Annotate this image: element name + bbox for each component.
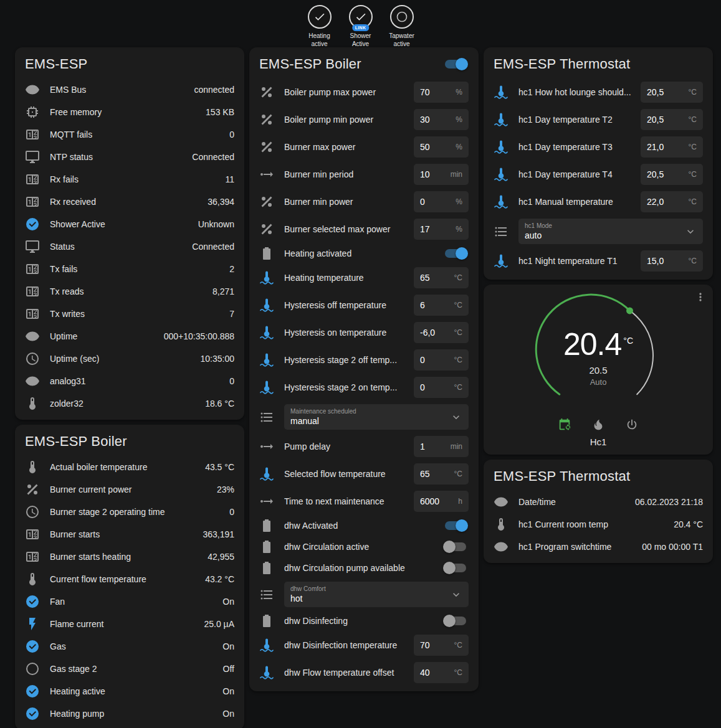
entity-row[interactable]: Free memory 153 KB bbox=[15, 101, 244, 123]
number-input[interactable]: 6000 h bbox=[414, 491, 469, 512]
toggle-switch[interactable] bbox=[445, 542, 466, 551]
entity-row[interactable]: Uptime (sec) 10:35:00 bbox=[15, 347, 244, 370]
number-row: Burner max power 50 % bbox=[249, 133, 479, 161]
number-value: 20,5 bbox=[647, 114, 664, 125]
number-input[interactable]: 30 % bbox=[414, 109, 469, 130]
badge-tapwater-active[interactable]: Tapwater active bbox=[384, 5, 419, 48]
percent-icon bbox=[259, 139, 274, 154]
entity-row[interactable]: zolder32 18.6 °C bbox=[15, 392, 244, 415]
number-input[interactable]: 20,5 °C bbox=[641, 164, 703, 185]
number-input[interactable]: 15,0 °C bbox=[641, 250, 703, 272]
toggle-switch[interactable] bbox=[445, 617, 466, 625]
toggle-switch[interactable] bbox=[445, 564, 466, 572]
entity-label: Boiler pump min power bbox=[284, 115, 408, 125]
fire-icon[interactable] bbox=[591, 418, 605, 432]
list-icon bbox=[259, 587, 274, 602]
entity-row[interactable]: Burner starts 363,191 bbox=[15, 523, 244, 546]
entity-row[interactable]: hc1 Current room temp 20.4 °C bbox=[484, 513, 713, 536]
entity-row[interactable]: Rx received 36,394 bbox=[15, 191, 244, 213]
badge-shower-active[interactable]: LINK Shower Active bbox=[343, 5, 378, 48]
number-input[interactable]: 65 °C bbox=[414, 267, 469, 288]
number-input[interactable]: 21,0 °C bbox=[641, 136, 703, 158]
boiler-master-toggle[interactable] bbox=[445, 60, 466, 69]
entity-row[interactable]: Actual boiler temperature 43.5 °C bbox=[15, 456, 244, 478]
number-unit: °C bbox=[689, 87, 697, 98]
entity-label: NTP status bbox=[50, 152, 186, 162]
entity-row[interactable]: Gas stage 2 Off bbox=[15, 658, 244, 680]
entity-row[interactable]: hc1 Program switchtime 00 mo 00:00 T1 bbox=[484, 536, 713, 558]
number-input[interactable]: 40 °C bbox=[414, 662, 469, 683]
number-input[interactable]: 1 min bbox=[414, 436, 469, 457]
select-input[interactable]: dhw Comfort hot bbox=[284, 582, 469, 607]
counter-icon bbox=[25, 527, 40, 542]
number-unit: °C bbox=[689, 114, 697, 125]
number-input[interactable]: 10 min bbox=[414, 164, 469, 185]
select-input[interactable]: hc1 Mode auto bbox=[518, 219, 703, 244]
entity-row[interactable]: Heating active On bbox=[15, 680, 244, 702]
chevron-down-icon bbox=[450, 589, 462, 601]
card-thermostat-info: EMS-ESP Thermostat Date/time 06.02.2023 … bbox=[484, 460, 713, 563]
entity-row[interactable]: Heating pump On bbox=[15, 702, 244, 725]
number-input[interactable]: 0 °C bbox=[414, 349, 469, 371]
number-input[interactable]: 22,0 °C bbox=[641, 191, 703, 212]
entity-row[interactable]: Shower Active Unknown bbox=[15, 213, 244, 235]
number-input[interactable]: 20,5 °C bbox=[641, 109, 703, 130]
toggle-switch[interactable] bbox=[445, 249, 466, 258]
entity-row[interactable]: Rx fails 11 bbox=[15, 168, 244, 191]
check-icon bbox=[355, 11, 367, 23]
entity-row[interactable]: Burner current power 23% bbox=[15, 478, 244, 501]
entity-row[interactable]: Uptime 000+10:35:00.888 bbox=[15, 325, 244, 347]
entity-row[interactable]: Date/time 06.02.2023 21:18 bbox=[484, 491, 713, 513]
number-input[interactable]: -6,0 °C bbox=[414, 322, 469, 343]
number-input[interactable]: 6 °C bbox=[414, 295, 469, 316]
entity-row[interactable]: Status Connected bbox=[15, 235, 244, 258]
number-unit: °C bbox=[689, 141, 697, 153]
battery-icon bbox=[259, 518, 274, 533]
dots-vertical-icon[interactable] bbox=[694, 291, 707, 303]
number-value: 65 bbox=[420, 272, 430, 283]
number-input[interactable]: 50 % bbox=[414, 136, 469, 158]
number-input[interactable]: 70 °C bbox=[414, 635, 469, 656]
entity-value: 0 bbox=[229, 130, 234, 139]
entity-label: Heating active bbox=[50, 686, 216, 696]
entity-value: On bbox=[222, 686, 234, 696]
entity-row[interactable]: Fan On bbox=[15, 590, 244, 613]
number-input[interactable]: 0 % bbox=[414, 191, 469, 212]
entity-row[interactable]: Tx reads 8,271 bbox=[15, 280, 244, 303]
entity-row[interactable]: Tx writes 7 bbox=[15, 303, 244, 325]
entity-value: Connected bbox=[192, 152, 234, 162]
toggle-row: dhw Disinfecting bbox=[249, 610, 479, 631]
number-input[interactable]: 70 % bbox=[414, 82, 469, 103]
number-row: Hysteresis on temperature -6,0 °C bbox=[249, 319, 479, 346]
card-ems-esp-boiler-sensors: EMS-ESP Boiler Actual boiler temperature… bbox=[15, 425, 244, 728]
entity-label: hc1 Manual temperature bbox=[518, 197, 634, 207]
entity-list: hc1 How hot lounge should... 20,5 °C hc1… bbox=[484, 78, 713, 280]
entity-row[interactable]: Gas On bbox=[15, 635, 244, 658]
entity-row[interactable]: NTP status Connected bbox=[15, 146, 244, 168]
number-value: 50 bbox=[420, 141, 430, 153]
number-unit: °C bbox=[454, 468, 462, 480]
entity-row[interactable]: MQTT fails 0 bbox=[15, 123, 244, 146]
number-input[interactable]: 0 °C bbox=[414, 377, 469, 398]
entity-label: Pump delay bbox=[284, 442, 408, 451]
select-input[interactable]: Maintenance scheduled manual bbox=[284, 404, 469, 430]
badge-heating-active[interactable]: Heating active bbox=[302, 5, 337, 48]
entity-row[interactable]: Burner stage 2 operating time 0 bbox=[15, 501, 244, 523]
number-input[interactable]: 20,5 °C bbox=[641, 82, 703, 103]
power-icon[interactable] bbox=[625, 418, 639, 432]
entity-row[interactable]: Burner starts heating 42,955 bbox=[15, 546, 244, 568]
calendar-sync-icon[interactable] bbox=[558, 418, 571, 432]
number-unit: °C bbox=[689, 196, 697, 207]
toggle-switch[interactable] bbox=[445, 521, 466, 530]
number-unit: % bbox=[456, 196, 462, 207]
number-input[interactable]: 17 % bbox=[414, 219, 469, 240]
entity-row[interactable]: Current flow temperature 43.2 °C bbox=[15, 568, 244, 590]
entity-row[interactable]: Tx fails 2 bbox=[15, 258, 244, 280]
number-input[interactable]: 65 °C bbox=[414, 463, 469, 485]
thermostat-dial[interactable]: 20.4°C 20.5 Auto bbox=[533, 293, 664, 418]
thermo-waves-icon bbox=[494, 253, 509, 268]
entity-row[interactable]: Flame current 25.0 µA bbox=[15, 613, 244, 635]
entity-row[interactable]: EMS Bus connected bbox=[15, 78, 244, 101]
entity-list: Actual boiler temperature 43.5 °C Burner… bbox=[15, 456, 244, 728]
entity-row[interactable]: analog31 0 bbox=[15, 370, 244, 392]
